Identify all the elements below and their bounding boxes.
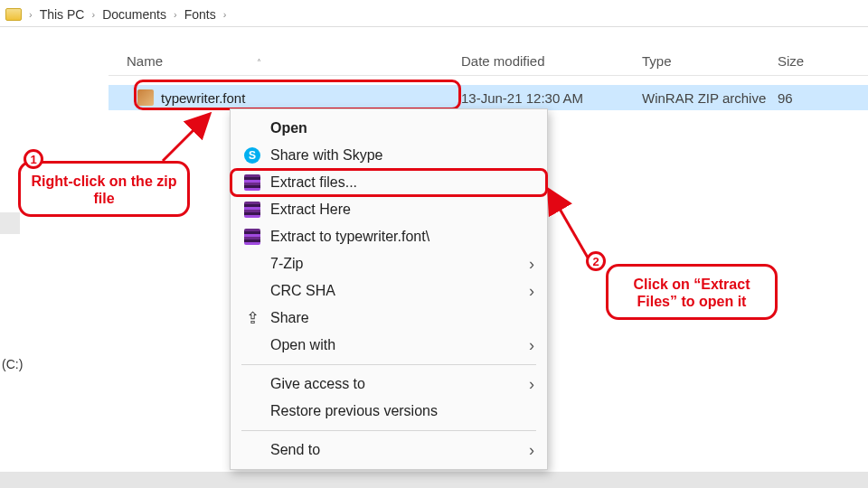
svg-line-1 <box>550 192 588 258</box>
winrar-icon <box>243 201 261 219</box>
callout-1: Right-click on the zip file <box>18 161 190 217</box>
chevron-right-icon: › <box>529 282 534 301</box>
menu-item-label: Extract Here <box>270 202 534 218</box>
breadcrumb[interactable]: › This PC › Documents › Fonts › <box>0 2 868 27</box>
share-icon: ⇪ <box>243 309 261 327</box>
winrar-icon <box>243 228 261 246</box>
sidebar-item-selected-notch <box>0 212 20 234</box>
column-date[interactable]: Date modified <box>461 53 642 69</box>
callout-2-text: Click on “Extract Files” to open it <box>634 277 750 309</box>
crumb-documents[interactable]: Documents <box>102 7 166 22</box>
menu-item-extract-to[interactable]: Extract to typewriter.font\ <box>232 223 545 250</box>
sidebar-item-drive[interactable]: (C:) <box>0 357 23 371</box>
menu-item-send-to[interactable]: Send to › <box>232 436 545 464</box>
menu-item-label: Restore previous versions <box>270 403 534 419</box>
chevron-right-icon: › <box>529 441 534 460</box>
file-row[interactable]: typewriter.font 13-Jun-21 12:30 AM WinRA… <box>108 85 868 110</box>
menu-item-label: Open <box>270 120 534 136</box>
context-menu: Open S Share with Skype Extract files...… <box>230 108 548 470</box>
chevron-right-icon: › <box>529 336 534 355</box>
menu-item-label: Send to <box>270 442 520 458</box>
chevron-right-icon: › <box>172 9 179 20</box>
chevron-right-icon: › <box>90 9 97 20</box>
menu-item-label: Share with Skype <box>270 147 534 164</box>
sort-indicator-icon: ˄ <box>257 58 261 68</box>
column-size[interactable]: Size <box>778 53 868 69</box>
menu-item-extract-here[interactable]: Extract Here <box>232 196 545 223</box>
menu-item-label: CRC SHA <box>270 283 520 299</box>
file-date: 13-Jun-21 12:30 AM <box>461 90 642 106</box>
menu-item-open[interactable]: Open <box>232 115 545 142</box>
status-bar <box>0 472 868 488</box>
menu-item-extract-files[interactable]: Extract files... <box>232 169 545 196</box>
archive-icon <box>137 89 154 106</box>
skype-icon: S <box>243 146 261 164</box>
menu-item-label: Give access to <box>270 376 520 392</box>
menu-item-crc-sha[interactable]: CRC SHA › <box>232 277 545 305</box>
file-type: WinRAR ZIP archive <box>642 90 778 106</box>
menu-item-open-with[interactable]: Open with › <box>232 332 545 359</box>
winrar-icon <box>243 174 261 192</box>
column-name[interactable]: Name ˄ <box>108 53 461 69</box>
menu-item-share[interactable]: ⇪ Share <box>232 305 545 332</box>
menu-item-label: 7-Zip <box>270 256 520 272</box>
callout-1-text: Right-click on the zip file <box>32 174 177 206</box>
file-size: 96 <box>778 90 868 106</box>
crumb-fonts[interactable]: Fonts <box>184 7 216 22</box>
column-headers: Name ˄ Date modified Type Size <box>108 47 868 76</box>
column-name-label: Name <box>127 53 163 69</box>
chevron-right-icon: › <box>529 375 534 394</box>
folder-icon <box>5 8 22 21</box>
menu-item-give-access[interactable]: Give access to › <box>232 371 545 398</box>
file-name-cell: typewriter.font <box>108 89 461 106</box>
menu-separator <box>241 364 536 365</box>
menu-item-label: Open with <box>270 337 520 353</box>
menu-separator <box>241 430 536 431</box>
menu-item-label: Extract to typewriter.font\ <box>270 229 534 245</box>
callout-2-badge: 2 <box>586 251 606 271</box>
crumb-this-pc[interactable]: This PC <box>40 7 85 22</box>
callout-1-badge: 1 <box>24 149 43 169</box>
menu-item-share-skype[interactable]: S Share with Skype <box>232 142 545 169</box>
svg-line-0 <box>163 116 208 161</box>
chevron-right-icon: › <box>222 9 229 20</box>
menu-item-restore[interactable]: Restore previous versions <box>232 398 545 425</box>
callout-2: Click on “Extract Files” to open it <box>606 264 778 320</box>
menu-item-7zip[interactable]: 7-Zip › <box>232 250 545 277</box>
file-name: typewriter.font <box>161 90 245 106</box>
chevron-right-icon: › <box>27 9 34 20</box>
column-type[interactable]: Type <box>642 53 778 69</box>
menu-item-label: Share <box>270 310 534 326</box>
chevron-right-icon: › <box>529 255 534 274</box>
menu-item-label: Extract files... <box>270 174 534 191</box>
